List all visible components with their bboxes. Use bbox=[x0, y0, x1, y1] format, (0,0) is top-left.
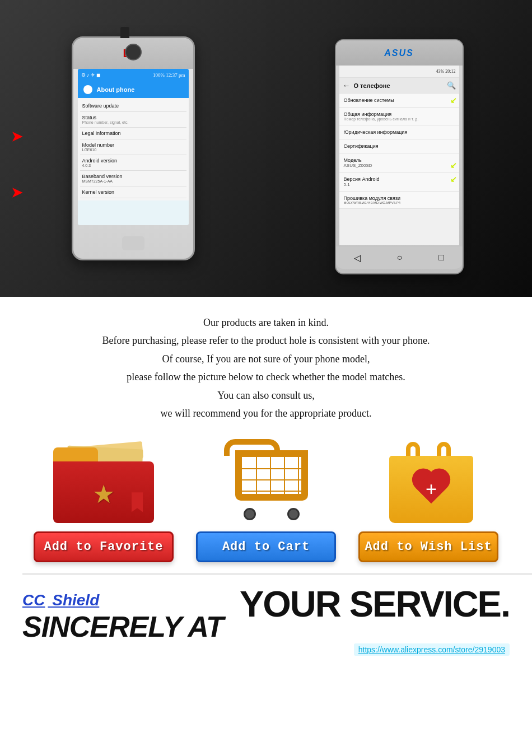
sincerely-text: Sincerely At bbox=[22, 610, 223, 643]
asus-nav-bar: ← О телефоне 🔍 bbox=[339, 78, 459, 94]
aliexpress-link[interactable]: https://www.aliexpress.com/store/2919003 bbox=[354, 643, 510, 656]
asus-back-arrow: ← bbox=[343, 81, 351, 90]
yellow-arrow-3: ↙ bbox=[450, 175, 457, 184]
asus-item-android: Версия Android 5.1 ↙ bbox=[339, 172, 459, 192]
desc-line4: please follow the picture below to check… bbox=[34, 368, 498, 386]
service-text: YOUR SERVICE. bbox=[240, 586, 510, 622]
asus-item-update: Обновление системы ↙ bbox=[339, 94, 459, 108]
cart-grid-h1 bbox=[242, 468, 301, 469]
red-arrow-left-2: ➤ bbox=[11, 185, 45, 196]
cc-text: CC bbox=[22, 591, 45, 609]
lg-phone-section: ➤ ➤ LG ⚙ ♪ ✈ ◼ 100% 12:37 pm About phone bbox=[0, 0, 266, 297]
lg-screen-content: Software update Status Phone number, sig… bbox=[78, 98, 189, 200]
lg-phone-screen: ⚙ ♪ ✈ ◼ 100% 12:37 pm About phone Softwa… bbox=[78, 69, 189, 225]
yellow-arrow-2: ↙ bbox=[450, 161, 457, 170]
asus-phone-section: ASUS 43% 20:12 ← О телефоне 🔍 Обновление… bbox=[266, 0, 532, 297]
phone-comparison-section: https://www.aliexpress.com/store/2919003… bbox=[0, 0, 532, 297]
cart-body bbox=[235, 450, 308, 501]
lg-item-kernel: Kernel version bbox=[80, 186, 186, 198]
bag-icon: + bbox=[378, 439, 479, 523]
lg-phone-top: LG bbox=[73, 38, 193, 69]
asus-nav-home: ○ bbox=[397, 253, 403, 263]
red-arrow-left-1: ➤ bbox=[11, 129, 45, 140]
cart-grid-v2 bbox=[270, 457, 271, 494]
asus-bottom-nav: ◁ ○ □ bbox=[336, 246, 463, 269]
desc-line5: You can also consult us, bbox=[34, 386, 498, 404]
asus-screen-content: Обновление системы ↙ Общая информация Но… bbox=[339, 94, 459, 209]
add-to-wish-list-button[interactable]: Add to Wish List bbox=[358, 531, 498, 562]
lg-item-baseband: Baseband version MSM7225A-1-AA bbox=[80, 171, 186, 186]
asus-search-icon: 🔍 bbox=[447, 81, 456, 90]
lg-screen-header: About phone bbox=[78, 81, 189, 98]
asus-nav-recents: □ bbox=[438, 253, 444, 263]
lg-item-software: Software update bbox=[80, 100, 186, 112]
sincerely-slogan: Sincerely At bbox=[22, 612, 223, 641]
lg-item-legal: Legal information bbox=[80, 128, 186, 139]
desc-line3: Of course, If you are not sure of your p… bbox=[34, 350, 498, 368]
lg-phone-device: LG ⚙ ♪ ✈ ◼ 100% 12:37 pm About phone Sof… bbox=[72, 36, 195, 260]
asus-time: 43% 20:12 bbox=[436, 69, 456, 74]
add-to-favorite-button[interactable]: Add to Favorite bbox=[34, 531, 174, 562]
cart-grid-v3 bbox=[284, 457, 285, 494]
cart-grid-h2 bbox=[242, 479, 301, 480]
asus-item-model: Модель ASUS_Z00SD ↙ bbox=[339, 153, 459, 172]
brand-logo: CC Shield bbox=[22, 591, 99, 609]
cart-icon-wrapper bbox=[193, 439, 339, 523]
lg-camera bbox=[125, 44, 142, 60]
yellow-arrow-1: ↙ bbox=[450, 96, 457, 105]
lg-item-android: Android version 4.0.3 bbox=[80, 155, 186, 171]
lg-time: 100% 12:37 pm bbox=[153, 72, 185, 78]
wishlist-icon-wrapper: + bbox=[356, 439, 501, 523]
folder-bookmark bbox=[132, 492, 143, 512]
folder-body-red: ★ bbox=[53, 461, 154, 523]
bag-body: + bbox=[389, 456, 473, 523]
asus-item-cert: Сертификация bbox=[339, 139, 459, 153]
cart-grid-v4 bbox=[298, 457, 299, 494]
folder-star: ★ bbox=[92, 479, 115, 509]
lg-gear-icon bbox=[83, 85, 92, 94]
asus-phone-device: ASUS 43% 20:12 ← О телефоне 🔍 Обновление… bbox=[335, 39, 464, 274]
asus-item-general: Общая информация Номер телефона, уровень… bbox=[339, 108, 459, 125]
cart-icon bbox=[218, 439, 314, 523]
cart-wheel-right bbox=[287, 508, 300, 520]
heart-plus: + bbox=[426, 479, 437, 500]
folder-icon: ★ bbox=[53, 439, 154, 523]
lg-home-button bbox=[122, 236, 144, 250]
desc-line6: we will recommend you for the appropriat… bbox=[34, 404, 498, 422]
asus-item-firmware: Прошивка модуля связи MOLY.WR8.W1449.MD.… bbox=[339, 192, 459, 209]
lg-screen-title: About phone bbox=[97, 86, 135, 93]
asus-logo: ASUS bbox=[384, 48, 413, 58]
cart-grid-v1 bbox=[256, 457, 257, 494]
description-section: Our products are taken in kind. Before p… bbox=[0, 297, 532, 433]
cart-grid-h3 bbox=[242, 491, 301, 492]
lg-status-bar: ⚙ ♪ ✈ ◼ 100% 12:37 pm bbox=[78, 69, 189, 81]
shield-text: Shield bbox=[48, 591, 99, 609]
bag-heart: + bbox=[409, 470, 454, 509]
lg-icons: ⚙ ♪ ✈ ◼ bbox=[81, 72, 100, 78]
asus-phone-top: ASUS bbox=[336, 40, 463, 66]
desc-line1: Our products are taken in kind. bbox=[34, 314, 498, 332]
bottom-branding-section: CC Shield Sincerely At YOUR SERVICE. htt… bbox=[0, 575, 532, 664]
asus-phone-screen: 43% 20:12 ← О телефоне 🔍 Обновление сист… bbox=[339, 66, 459, 245]
lg-item-model: Model number LGE610 bbox=[80, 139, 186, 155]
icons-section: ★ bbox=[0, 433, 532, 523]
lg-item-status: Status Phone number, signal, etc. bbox=[80, 112, 186, 128]
buttons-section: Add to Favorite Add to Cart Add to Wish … bbox=[0, 523, 532, 573]
desc-line2: Before purchasing, please refer to the p… bbox=[34, 332, 498, 349]
asus-item-legal: Юридическая информация bbox=[339, 125, 459, 139]
add-to-cart-button[interactable]: Add to Cart bbox=[196, 531, 336, 562]
asus-status-bar: 43% 20:12 bbox=[339, 66, 459, 78]
asus-nav-back: ◁ bbox=[354, 253, 361, 263]
folder-tab bbox=[53, 447, 98, 461]
cart-wheel-left bbox=[244, 508, 256, 520]
favorite-icon-wrapper: ★ bbox=[31, 439, 176, 523]
asus-nav-title: О телефоне bbox=[354, 82, 390, 89]
